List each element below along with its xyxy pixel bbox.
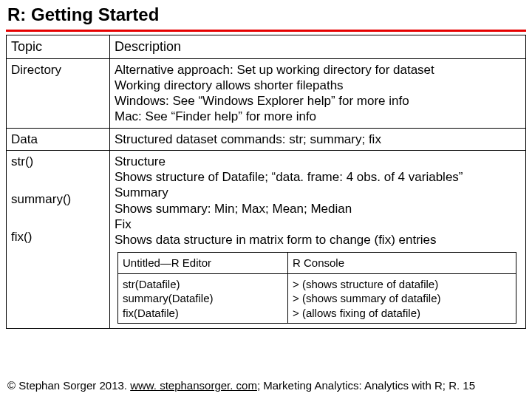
desc-line: Shows data structure in matrix form to c…	[115, 232, 521, 248]
desc-directory: Alternative approach: Set up working dir…	[110, 58, 526, 128]
desc-line: Shows structure of Datafile; “data. fram…	[115, 169, 521, 185]
topic-str: str()	[11, 154, 105, 169]
desc-line: Shows summary: Min; Max; Mean; Median	[115, 201, 521, 216]
editor-commands: str(Datafile) summary(Datafile) fix(Data…	[118, 273, 288, 324]
topic-summary: summary()	[11, 191, 105, 207]
inner-header-editor: Untitled—R Editor	[118, 253, 288, 274]
table-row-data: Data Structured dataset commands: str; s…	[7, 128, 526, 150]
table-header-row: Topic Description	[7, 35, 526, 59]
cmd-line: fix(Datafile)	[123, 306, 283, 321]
out-line: > (shows summary of datafile)	[293, 291, 511, 306]
topic-fix: fix()	[11, 229, 105, 245]
table-row-functions: str() summary() fix() Structure Shows st…	[7, 150, 526, 329]
accent-bar	[6, 30, 526, 32]
desc-line: Alternative approach: Set up working dir…	[115, 62, 521, 78]
page-title: R: Getting Started	[7, 4, 526, 25]
cmd-line: str(Datafile)	[123, 277, 283, 292]
footer-link[interactable]: www. stephansorger. com	[130, 379, 257, 392]
footer-suffix: ; Marketing Analytics: Analytics with R;…	[257, 379, 475, 392]
topic-directory: Directory	[7, 58, 110, 128]
desc-line: Mac: See “Finder help” for more info	[115, 109, 521, 124]
console-output: > (shows structure of datafile) > (shows…	[288, 273, 516, 324]
desc-data: Structured dataset commands: str; summar…	[110, 128, 526, 150]
cmd-line: summary(Datafile)	[123, 291, 283, 306]
slide: R: Getting Started Topic Description Dir…	[0, 0, 532, 399]
table-row-directory: Directory Alternative approach: Set up w…	[7, 58, 526, 128]
header-topic: Topic	[7, 35, 110, 59]
header-description: Description	[110, 35, 526, 59]
desc-line: Windows: See “Windows Explorer help” for…	[115, 93, 521, 109]
desc-line: Structure	[115, 154, 521, 169]
inner-header-row: Untitled—R Editor R Console	[118, 253, 516, 274]
topic-data: Data	[7, 128, 110, 150]
out-line: > (shows structure of datafile)	[293, 277, 511, 292]
topic-functions: str() summary() fix()	[7, 150, 110, 329]
desc-line: Fix	[115, 216, 521, 232]
inner-header-console: R Console	[288, 253, 516, 274]
footer-prefix: © Stephan Sorger 2013.	[7, 379, 130, 392]
desc-line: Working directory allows shorter filepat…	[115, 78, 521, 93]
main-table: Topic Description Directory Alternative …	[6, 35, 526, 329]
footer: © Stephan Sorger 2013. www. stephansorge…	[7, 379, 475, 392]
desc-line: Summary	[115, 185, 521, 200]
desc-functions: Structure Shows structure of Datafile; “…	[110, 150, 526, 329]
inner-body-row: str(Datafile) summary(Datafile) fix(Data…	[118, 273, 516, 324]
inner-table: Untitled—R Editor R Console str(Datafile…	[117, 252, 516, 324]
out-line: > (allows fixing of datafile)	[293, 306, 511, 321]
